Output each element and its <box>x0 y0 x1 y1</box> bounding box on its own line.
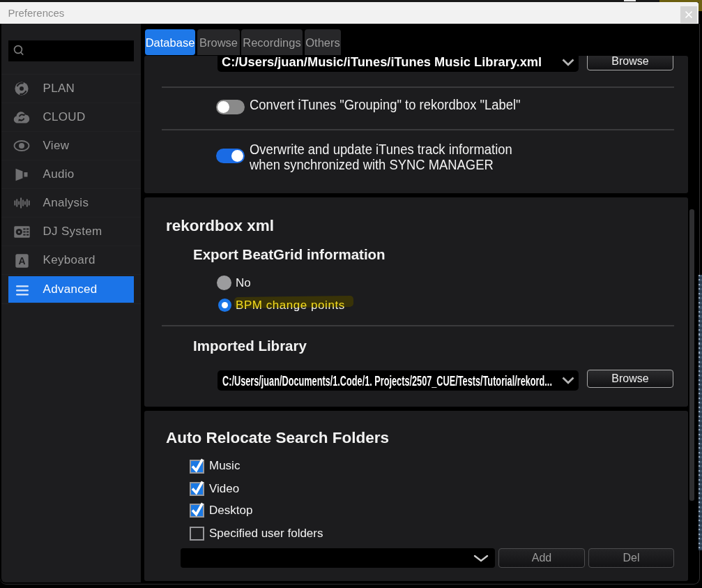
svg-text:A: A <box>18 255 25 266</box>
